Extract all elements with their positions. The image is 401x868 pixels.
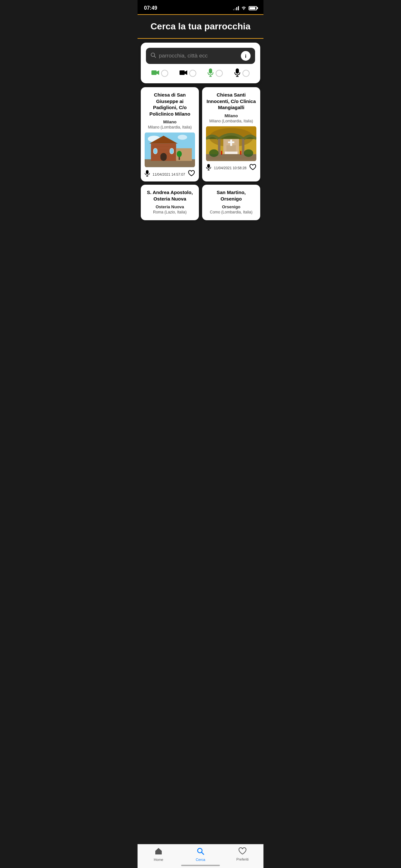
radio-option-video-green[interactable] [151, 69, 168, 78]
svg-rect-9 [236, 68, 239, 73]
radio-option-mic-green[interactable] [207, 68, 223, 78]
svg-rect-24 [170, 148, 174, 154]
svg-rect-45 [240, 151, 241, 155]
card-1-region: Milano (Lombardia, Italia) [145, 125, 195, 129]
svg-marker-3 [157, 70, 159, 75]
card-2-mic-icon [206, 164, 211, 172]
mic-black-icon [234, 68, 241, 78]
church-card-1[interactable]: Chiesa di San Giuseppe ai Padiglioni, C/… [141, 87, 199, 182]
card-4-name: San Martino, Orsenigo [206, 189, 256, 202]
card-2-image [206, 126, 256, 161]
signal-bars-icon [233, 6, 239, 10]
cards-grid: Chiesa di San Giuseppe ai Padiglioni, C/… [137, 87, 264, 223]
radio-circle-mic-black[interactable] [243, 70, 250, 77]
church-card-2[interactable]: Chiesa Santi Innocenti, C/o Clinica Mang… [202, 87, 260, 182]
status-bar: 07:49 [137, 0, 264, 14]
card-1-mic-icon [145, 170, 150, 178]
card-2-timestamp: 11/04/2021 10:58:28 [214, 166, 247, 170]
svg-rect-28 [146, 170, 149, 174]
radio-options [146, 68, 255, 78]
app-title: Cerca la tua parrocchia [143, 21, 258, 32]
svg-rect-2 [151, 70, 157, 75]
search-bar[interactable]: parrocchia, città ecc i [146, 48, 255, 64]
card-1-footer: 11/04/2021 14:57:07 [145, 170, 195, 178]
card-1-image [145, 132, 195, 167]
svg-point-47 [244, 149, 253, 157]
card-3-city: Osteria Nuova [145, 205, 195, 209]
mic-green-icon [207, 68, 214, 78]
svg-rect-44 [221, 151, 222, 155]
svg-point-46 [209, 149, 219, 157]
svg-point-27 [177, 151, 182, 157]
card-3-name: S. Andrea Apostolo, Osteria Nuova [145, 189, 195, 202]
church-card-3[interactable]: S. Andrea Apostolo, Osteria Nuova Osteri… [141, 185, 199, 220]
svg-rect-38 [225, 151, 238, 154]
search-section: parrocchia, città ecc i [141, 42, 260, 83]
status-time: 07:49 [144, 5, 157, 11]
svg-marker-5 [185, 70, 187, 75]
radio-option-video-black[interactable] [180, 69, 196, 78]
card-1-timestamp: 11/04/2021 14:57:07 [153, 173, 185, 176]
card-3-region: Roma (Lazio, Italia) [145, 210, 195, 214]
svg-rect-6 [209, 68, 212, 73]
radio-option-mic-black[interactable] [234, 68, 250, 78]
svg-rect-4 [180, 70, 185, 75]
card-2-footer: 11/04/2021 10:58:28 [206, 164, 256, 172]
info-button[interactable]: i [241, 51, 251, 61]
card-2-name: Chiesa Santi Innocenti, C/o Clinica Mang… [206, 92, 256, 111]
radio-circle-video-black[interactable] [189, 70, 196, 77]
battery-icon [249, 6, 257, 10]
radio-circle-video-green[interactable] [161, 70, 168, 77]
search-icon [150, 52, 156, 60]
video-black-icon [180, 69, 187, 78]
search-input[interactable]: parrocchia, città ecc [159, 53, 238, 59]
card-2-city: Milano [206, 113, 256, 118]
card-1-heart-icon[interactable] [188, 170, 195, 178]
radio-circle-mic-green[interactable] [216, 70, 223, 77]
svg-rect-23 [153, 148, 157, 154]
svg-rect-37 [228, 142, 235, 143]
svg-point-14 [178, 135, 187, 140]
wifi-icon [241, 5, 247, 11]
church-card-4[interactable]: San Martino, Orsenigo Orsenigo Como (Lom… [202, 185, 260, 220]
svg-rect-48 [207, 164, 210, 168]
card-1-city: Milano [145, 120, 195, 124]
status-icons [233, 5, 257, 11]
card-4-region: Como (Lombardia, Italia) [206, 210, 256, 214]
svg-rect-22 [160, 153, 167, 161]
card-1-name: Chiesa di San Giuseppe ai Padiglioni, C/… [145, 92, 195, 117]
svg-line-1 [154, 56, 156, 58]
video-green-icon [151, 69, 159, 78]
card-2-region: Milano (Lombardia, Italia) [206, 119, 256, 123]
card-4-city: Orsenigo [206, 205, 256, 209]
app-header: Cerca la tua parrocchia [137, 14, 264, 39]
card-2-heart-icon[interactable] [249, 164, 256, 172]
